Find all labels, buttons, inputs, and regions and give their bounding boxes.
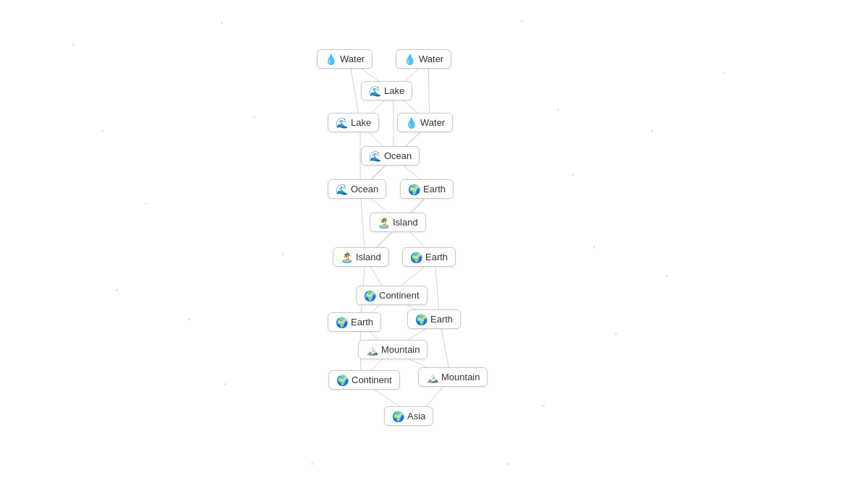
graph-node-earth3[interactable]: 🌍Earth (328, 312, 381, 332)
node-icon-water3: 💧 (405, 118, 417, 128)
node-icon-asia1: 🌍 (392, 411, 404, 421)
background-dot (253, 116, 255, 118)
background-dot (145, 202, 147, 205)
graph-node-ocean1[interactable]: 🌊Ocean (361, 146, 420, 166)
background-dot (101, 130, 103, 132)
graph-node-asia1[interactable]: 🌍Asia (384, 406, 433, 426)
graph-node-mountain1[interactable]: 🏔️Mountain (358, 340, 427, 359)
background-dot (221, 22, 223, 24)
node-label-earth1: Earth (423, 184, 446, 194)
node-icon-mountain1: 🏔️ (366, 345, 378, 355)
node-icon-lake1: 🌊 (369, 86, 381, 96)
node-icon-island2: 🏝️ (341, 252, 353, 262)
node-icon-earth2: 🌍 (410, 252, 422, 262)
graph-node-lake2[interactable]: 🌊Lake (328, 113, 379, 132)
node-icon-water1: 💧 (325, 54, 337, 64)
graph-canvas: 💧Water💧Water🌊Lake🌊Lake💧Water🌊Ocean🌊Ocean… (0, 0, 868, 488)
node-label-lake1: Lake (384, 85, 404, 96)
node-label-mountain1: Mountain (381, 344, 420, 355)
graph-node-continent2[interactable]: 🌍Continent (328, 370, 400, 390)
node-label-earth2: Earth (425, 252, 448, 262)
node-label-ocean2: Ocean (351, 184, 378, 194)
node-label-continent2: Continent (352, 374, 392, 385)
node-icon-ocean1: 🌊 (369, 151, 381, 161)
background-dot (116, 289, 118, 291)
graph-node-lake1[interactable]: 🌊Lake (361, 81, 412, 100)
node-icon-earth1: 🌍 (408, 184, 420, 194)
node-label-lake2: Lake (351, 117, 371, 128)
node-label-asia1: Asia (407, 411, 425, 421)
node-icon-island1: 🏝️ (378, 218, 390, 228)
node-label-earth3: Earth (351, 317, 373, 328)
node-label-earth4: Earth (430, 314, 453, 325)
graph-node-mountain2[interactable]: 🏔️Mountain (418, 367, 488, 387)
background-dot (188, 318, 190, 320)
node-icon-ocean2: 🌊 (336, 184, 348, 194)
connections-svg (0, 0, 868, 488)
background-dot (224, 383, 226, 385)
node-label-water1: Water (340, 53, 365, 64)
background-dot (723, 72, 726, 74)
node-label-ocean1: Ocean (384, 150, 412, 161)
graph-node-island2[interactable]: 🏝️Island (333, 247, 389, 267)
background-dot (615, 333, 617, 335)
node-label-island1: Island (393, 217, 418, 228)
node-icon-mountain2: 🏔️ (426, 372, 438, 382)
node-icon-continent1: 🌍 (364, 291, 376, 301)
background-dot (506, 463, 509, 465)
background-dot (72, 43, 75, 46)
graph-node-water3[interactable]: 💧Water (397, 113, 453, 132)
graph-node-continent1[interactable]: 🌍Continent (356, 286, 427, 305)
node-icon-water2: 💧 (404, 54, 416, 64)
background-dot (542, 405, 545, 407)
node-icon-lake2: 🌊 (336, 118, 348, 128)
background-dot (557, 108, 559, 111)
graph-node-earth1[interactable]: 🌍Earth (400, 179, 454, 199)
node-label-water2: Water (419, 53, 443, 64)
background-dot (521, 20, 523, 22)
node-label-water3: Water (420, 117, 445, 128)
node-label-mountain2: Mountain (441, 372, 480, 382)
graph-node-island1[interactable]: 🏝️Island (370, 213, 426, 232)
background-dot (665, 275, 668, 277)
background-dot (651, 130, 653, 132)
graph-node-water1[interactable]: 💧Water (317, 49, 373, 69)
background-dot (593, 246, 595, 248)
graph-node-ocean2[interactable]: 🌊Ocean (328, 179, 386, 199)
graph-node-earth2[interactable]: 🌍Earth (402, 247, 456, 267)
background-dot (282, 253, 284, 255)
graph-node-water2[interactable]: 💧Water (396, 49, 451, 69)
node-icon-earth4: 🌍 (415, 314, 427, 325)
graph-node-earth4[interactable]: 🌍Earth (407, 309, 461, 329)
background-dot (571, 174, 574, 176)
node-icon-earth3: 🌍 (336, 317, 348, 328)
node-label-island2: Island (356, 252, 381, 262)
background-dot (311, 463, 313, 465)
node-icon-continent2: 🌍 (336, 375, 349, 385)
node-label-continent1: Continent (379, 290, 420, 301)
